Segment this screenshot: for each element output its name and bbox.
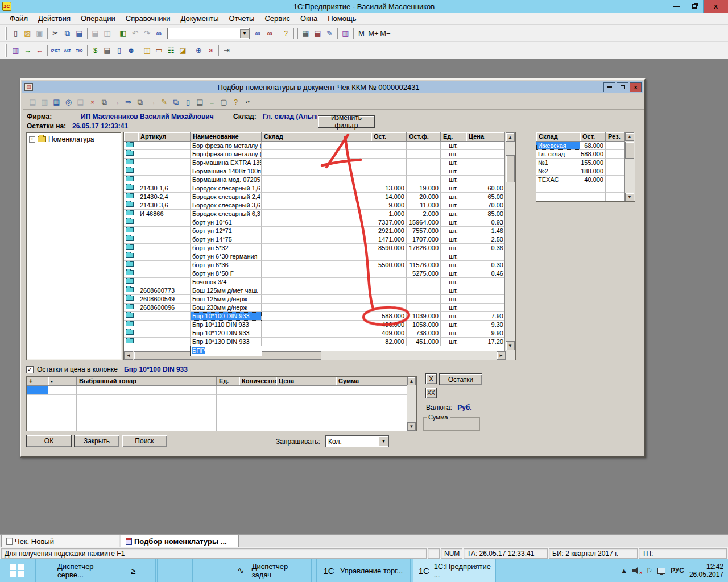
- cut-icon[interactable]: ✂: [49, 27, 61, 39]
- toolbar-separator[interactable]: [217, 44, 221, 57]
- scrollbar-thumb[interactable]: [506, 155, 515, 182]
- speaker-muted-icon[interactable]: ×: [632, 567, 641, 575]
- table-row[interactable]: Бпр 10*130 DIN 933 82.000 451.000 шт. 17…: [124, 338, 515, 346]
- redo-icon[interactable]: ↷: [141, 27, 153, 39]
- sparkle-edit-icon[interactable]: ✎: [158, 96, 170, 108]
- horizontal-scrollbar[interactable]: ◄ ►: [124, 351, 506, 360]
- scroll-up-icon[interactable]: ▲: [506, 132, 515, 142]
- mdi-tab[interactable]: Подбор номенклатуры ...: [121, 535, 239, 547]
- menu-item[interactable]: Действия: [33, 13, 76, 24]
- report-table-icon[interactable]: ☷: [165, 44, 177, 56]
- formula-calc-icon[interactable]: ✎: [324, 27, 336, 39]
- table-row[interactable]: 21430-1,6 Бородок слесарный 1,6 13.000 1…: [124, 184, 515, 193]
- copy-icon[interactable]: ⧉: [61, 27, 73, 39]
- save-icon[interactable]: ▣: [34, 27, 46, 39]
- menu-item[interactable]: Файл: [5, 13, 33, 24]
- table-row[interactable]: 2608600773 Бош 125мм д/мет чаш. шт.: [124, 286, 515, 295]
- money-bag-icon[interactable]: $: [89, 44, 101, 56]
- move-with-quantity-icon[interactable]: ⇒: [122, 96, 134, 108]
- taskbar-button[interactable]: [192, 559, 228, 582]
- toolbar-separator[interactable]: [292, 27, 296, 40]
- toolbar-separator[interactable]: [296, 27, 300, 40]
- memory-m-minus-icon[interactable]: М−: [379, 27, 391, 39]
- toolbar-separator[interactable]: [336, 27, 340, 40]
- table-row[interactable]: [27, 395, 416, 404]
- change-filter-button[interactable]: Изменить фильтр: [318, 115, 375, 128]
- copy-pages-icon[interactable]: ⧉: [170, 96, 182, 108]
- delete-row-icon[interactable]: ×: [86, 96, 98, 108]
- menu-item[interactable]: Помощь: [322, 13, 361, 24]
- table-row[interactable]: Бор фреза по металлу ( шт.: [124, 142, 515, 150]
- table-row[interactable]: борт ун 6*36 5500.000 11576.000 шт. 0.30: [124, 261, 515, 269]
- edit-table-icon[interactable]: ▦: [51, 96, 63, 108]
- table-row[interactable]: ТЕХАС 40.000: [536, 176, 635, 184]
- new-row-icon[interactable]: ▤: [75, 96, 86, 108]
- description-book-icon[interactable]: ▥: [340, 27, 351, 39]
- tko-document-icon[interactable]: ТКО: [73, 44, 85, 56]
- dialog-help-icon[interactable]: ?: [230, 96, 242, 108]
- table-row[interactable]: [536, 184, 635, 193]
- toolbar-separator[interactable]: [85, 44, 89, 57]
- table-row[interactable]: борт ун 8*50 Г 5275.000 шт. 0.46: [124, 269, 515, 278]
- menu-item[interactable]: Документы: [176, 13, 224, 24]
- restore-button[interactable]: [685, 0, 703, 13]
- structure-icon[interactable]: ≡: [206, 96, 218, 108]
- move-to-selected-icon[interactable]: →: [110, 96, 122, 108]
- minimize-button[interactable]: [667, 0, 685, 13]
- help-icon[interactable]: ?: [280, 27, 292, 39]
- table-row[interactable]: Бпр 10*100 DIN 933 588.000 1039.000 шт. …: [124, 312, 515, 321]
- taskbar-button[interactable]: ≥: [121, 559, 156, 582]
- search-button[interactable]: Поиск: [122, 435, 167, 447]
- scroll-down-icon[interactable]: ▼: [506, 341, 515, 350]
- table-row[interactable]: борт ун 6*30 германия шт.: [124, 252, 515, 261]
- action-center-flag-icon[interactable]: ⚐: [646, 567, 652, 575]
- ostatki-button[interactable]: Остатки: [439, 373, 482, 385]
- history-icon[interactable]: ▤: [27, 96, 39, 108]
- table-row[interactable]: №2 188.000: [536, 167, 635, 176]
- table-row[interactable]: борт ун 5*32 8590.000 17626.000 шт. 0.36: [124, 244, 515, 252]
- dialog-close-button[interactable]: x: [630, 82, 642, 92]
- memory-m-plus-icon[interactable]: М+: [367, 27, 379, 39]
- tree-node-nomenclatura[interactable]: + Номенклатура: [27, 133, 121, 143]
- scroll-down-icon[interactable]: ▼: [625, 193, 634, 201]
- vertical-scrollbar[interactable]: ▲ ▼: [624, 132, 635, 201]
- clear-all-button[interactable]: XX: [425, 388, 437, 398]
- invoice-schet-icon[interactable]: СЧЕТ: [49, 44, 61, 56]
- table-row[interactable]: Бпр 10*110 DIN 933 496.000 1058.000 шт. …: [124, 321, 515, 329]
- table-row[interactable]: 21430-3,6 Бородок слесарный 3,6 9.000 11…: [124, 201, 515, 210]
- paste-icon[interactable]: ▤: [73, 27, 85, 39]
- scroll-right-icon[interactable]: ►: [497, 351, 506, 360]
- toolbar-combobox[interactable]: ▼: [167, 28, 250, 39]
- memory-m-icon[interactable]: М: [355, 27, 367, 39]
- menu-item[interactable]: Операции: [76, 13, 121, 24]
- table-row[interactable]: Бормашина 140Вт 100п шт.: [124, 167, 515, 176]
- network-icon[interactable]: [657, 568, 665, 574]
- tray-expand-icon[interactable]: ▲: [621, 567, 627, 575]
- table-row[interactable]: борт ун 14*75 1471.000 1707.000 шт. 2.50: [124, 235, 515, 244]
- find-next-icon[interactable]: ∞: [252, 27, 264, 39]
- zaprashivat-combobox[interactable]: Кол. ▼: [325, 435, 389, 447]
- toolbar-separator[interactable]: [351, 27, 355, 40]
- taskbar-button[interactable]: Диспетчер серве...: [35, 559, 119, 582]
- calendar-icon[interactable]: ▤: [312, 27, 324, 39]
- taskbar-button[interactable]: 1С 1С:Предприятие ...: [413, 559, 496, 582]
- language-indicator[interactable]: РУС: [671, 567, 684, 575]
- internet-icon[interactable]: ⊕: [193, 44, 205, 56]
- menu-item[interactable]: Окна: [295, 13, 322, 24]
- table-row[interactable]: Бор фреза по металлу ( шт.: [124, 150, 515, 159]
- view-magnifier-icon[interactable]: ◎: [63, 96, 75, 108]
- close-dialog-button[interactable]: Закрыть: [74, 435, 119, 447]
- table-row[interactable]: Бочонок 3/4 шт.: [124, 278, 515, 286]
- table-row[interactable]: борт ун 10*61 7337.000 15964.000 шт. 0.9…: [124, 218, 515, 227]
- new-document-icon[interactable]: ▯: [10, 27, 22, 39]
- toolbar-separator[interactable]: [137, 44, 141, 57]
- monitor-icon[interactable]: ▢: [218, 96, 230, 108]
- vertical-scrollbar[interactable]: ▲ ▼: [407, 377, 416, 431]
- exit-icon[interactable]: ⇥: [221, 44, 233, 56]
- table-row[interactable]: Бормашина мод. 07205 шт.: [124, 176, 515, 184]
- toolbar-separator[interactable]: [46, 44, 49, 57]
- table-row[interactable]: 2608600096 Бош 230мм д/нерж шт.: [124, 304, 515, 312]
- user-monitor-icon[interactable]: ◧: [117, 27, 129, 39]
- table-row[interactable]: Бор-машина EXTRA 135 шт.: [124, 159, 515, 167]
- table-row[interactable]: Ижевская 68.000: [536, 142, 635, 150]
